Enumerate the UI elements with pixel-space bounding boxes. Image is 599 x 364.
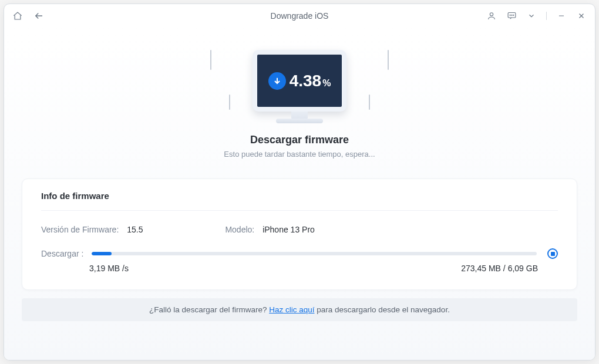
monitor-screen: 4.38 % [253,50,346,112]
firmware-version-label: Versión de Firmware: [41,225,119,234]
progress-bar [92,252,537,255]
download-arrow-icon [268,72,286,90]
titlebar-right [486,11,587,21]
decoration-dash [369,95,370,110]
monitor-base [276,119,323,123]
download-progress-text: 273,45 MB / 6,09 GB [461,264,538,273]
svg-point-4 [513,15,513,15]
model-label: Modelo: [225,225,254,234]
download-stats: 3,19 MB /s 273,45 MB / 6,09 GB [41,264,558,273]
minimize-icon[interactable] [556,11,567,21]
download-speed: 3,19 MB /s [89,264,129,273]
app-window: Downgrade iOS [4,4,595,360]
decoration-dash [210,50,211,70]
decoration-dash [229,95,230,110]
firmware-info-card: Info de firmware Versión de Firmware: 15… [22,178,577,290]
hero-heading: Descargar firmware [250,134,349,146]
card-title: Info de firmware [41,191,558,211]
firmware-version: Versión de Firmware: 15.5 [41,225,143,234]
firmware-version-value: 15.5 [127,225,143,234]
stop-download-button[interactable] [547,248,558,259]
decoration-dash [388,50,389,70]
home-icon[interactable] [12,11,23,21]
user-icon[interactable] [486,11,497,21]
main-content: 4.38 % Descargar firmware Esto puede tar… [4,28,595,360]
firmware-info-row: Versión de Firmware: 15.5 Modelo: iPhone… [41,211,558,245]
close-icon[interactable] [576,11,587,21]
stop-icon [551,252,555,256]
progress-percent: 4.38 % [290,72,331,90]
model-value: iPhone 13 Pro [263,225,315,234]
download-label: Descargar : [41,249,83,258]
window-title: Downgrade iOS [271,11,329,21]
titlebar-left [12,11,44,21]
progress-fill [92,252,111,255]
banner-prefix: ¿Falló la descargar del firmware? [149,305,269,314]
titlebar: Downgrade iOS [4,4,595,28]
back-icon[interactable] [33,11,44,21]
hero-subheading: Esto puede tardar bastante tiempo, esper… [224,150,375,159]
percent-value: 4.38 [290,72,322,90]
feedback-icon[interactable] [506,11,517,21]
download-row: Descargar : [41,248,558,259]
fallback-banner: ¿Falló la descargar del firmware? Haz cl… [22,298,577,321]
titlebar-separator [546,12,547,20]
svg-point-0 [490,12,493,15]
banner-link[interactable]: Haz clic aquí [269,305,314,314]
chevron-down-icon[interactable] [526,11,537,21]
banner-suffix: para descargarlo desde el navegador. [314,305,449,314]
svg-point-3 [511,15,511,15]
hero-illustration: 4.38 % [253,50,346,123]
monitor-graphic: 4.38 % [253,50,346,123]
device-model: Modelo: iPhone 13 Pro [225,225,314,234]
svg-point-2 [510,15,510,15]
percent-symbol: % [322,78,331,89]
